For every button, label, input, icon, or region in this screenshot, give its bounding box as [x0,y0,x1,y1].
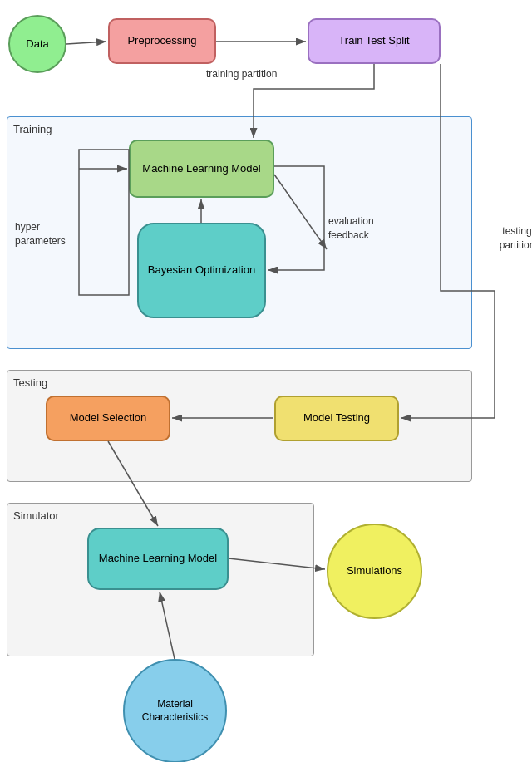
data-node: Data [8,15,66,73]
testing-label: Testing [13,376,47,389]
simulator-label: Simulator [13,509,59,522]
training-partition-label: training partition [206,68,277,80]
training-label: Training [13,123,52,135]
preprocessing-node: Preprocessing [108,18,216,64]
ml-model-train-node: Machine Learning Model [129,140,274,198]
model-testing-node: Model Testing [274,396,399,441]
diagram: Training Testing Simulator Data Preproce… [0,0,532,762]
hyper-parameters-label: hyperparameters [15,220,66,248]
testing-partition-label: testingpartition [496,224,532,253]
svg-line-2 [66,42,106,44]
simulations-node: Simulations [327,524,422,619]
ml-model-sim-node: Machine Learning Model [87,528,229,590]
train-test-split-node: Train Test Split [308,18,441,64]
model-selection-node: Model Selection [46,396,170,441]
material-characteristics-node: Material Characteristics [123,659,227,762]
evaluation-feedback-label: evaluationfeedback [328,214,374,243]
bayesian-node: Bayesian Optimization [137,223,266,318]
